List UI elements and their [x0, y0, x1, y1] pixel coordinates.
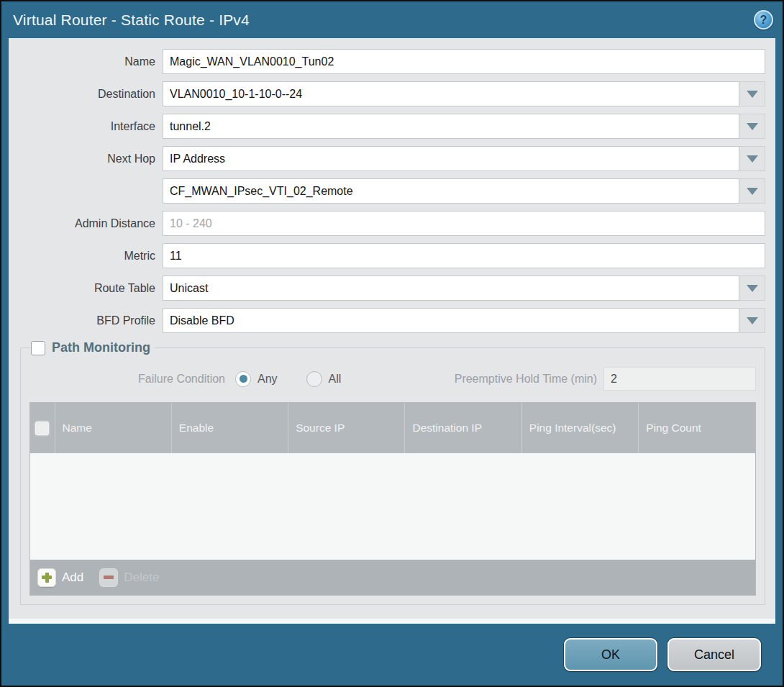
- route-table-input[interactable]: [163, 276, 739, 301]
- column-header-ping-interval[interactable]: Ping Interval(sec): [521, 403, 638, 453]
- question-mark-glyph: ?: [760, 14, 767, 26]
- name-input[interactable]: [163, 49, 765, 74]
- failure-condition-any-radio[interactable]: [235, 371, 251, 387]
- route-table-row: Route Table: [20, 276, 765, 301]
- delete-button: Delete: [99, 568, 159, 587]
- bfd-profile-row: BFD Profile: [20, 308, 765, 333]
- path-monitoring-checkbox[interactable]: [31, 341, 45, 355]
- select-all-checkbox[interactable]: [35, 422, 49, 435]
- destination-row: Destination: [20, 81, 765, 106]
- interface-dropdown-button[interactable]: [739, 114, 765, 139]
- next-hop-address-dropdown-button[interactable]: [739, 178, 765, 204]
- bfd-profile-label: BFD Profile: [20, 314, 155, 327]
- destination-combo: [163, 81, 765, 106]
- minus-icon: [99, 568, 118, 587]
- dialog-body: Name Destination Interface Next Hop: [9, 38, 775, 624]
- any-option-label: Any: [257, 373, 278, 386]
- failure-condition-all-radio[interactable]: [306, 371, 322, 387]
- next-hop-type-input[interactable]: [163, 146, 739, 171]
- destination-label: Destination: [20, 88, 155, 101]
- destination-dropdown-button[interactable]: [739, 81, 765, 106]
- chevron-down-icon: [747, 285, 758, 292]
- next-hop-dropdown-button[interactable]: [739, 146, 765, 171]
- add-button-label: Add: [62, 570, 83, 585]
- bfd-profile-dropdown-button[interactable]: [739, 308, 765, 333]
- select-all-header: [30, 403, 55, 453]
- metric-input[interactable]: [163, 243, 765, 268]
- destination-input[interactable]: [163, 81, 739, 106]
- delete-button-label: Delete: [124, 570, 159, 585]
- chevron-down-icon: [747, 91, 758, 98]
- name-label: Name: [20, 55, 155, 68]
- interface-label: Interface: [20, 120, 155, 133]
- failure-condition-label: Failure Condition: [29, 373, 225, 386]
- next-hop-address-combo: [163, 178, 765, 204]
- route-table-combo: [163, 276, 765, 301]
- column-header-source-ip[interactable]: Source IP: [288, 403, 405, 453]
- dialog-footer: OK Cancel: [1, 624, 783, 686]
- column-header-destination-ip[interactable]: Destination IP: [405, 403, 521, 453]
- column-header-enable[interactable]: Enable: [171, 403, 288, 453]
- admin-distance-label: Admin Distance: [20, 217, 155, 230]
- bfd-profile-combo: [163, 308, 765, 333]
- empty-table-body: [30, 453, 755, 560]
- empty-table-area: [30, 453, 755, 560]
- chevron-down-icon: [747, 188, 758, 195]
- interface-row: Interface: [20, 114, 765, 139]
- next-hop-address-input[interactable]: [163, 178, 739, 204]
- column-header-name[interactable]: Name: [55, 403, 171, 453]
- chevron-down-icon: [747, 317, 758, 324]
- column-header-ping-count[interactable]: Ping Count: [639, 403, 755, 453]
- help-icon[interactable]: ?: [754, 10, 773, 29]
- next-hop-combo: [163, 146, 765, 171]
- preemptive-hold-time-label: Preemptive Hold Time (min): [455, 373, 597, 386]
- chevron-down-icon: [747, 155, 758, 163]
- preemptive-hold-time-input[interactable]: [603, 367, 756, 391]
- cancel-button[interactable]: Cancel: [667, 638, 761, 671]
- path-monitoring-title: Path Monitoring: [52, 340, 150, 355]
- table-header-row: Name Enable Source IP Destination IP Pin…: [30, 403, 755, 453]
- route-table-dropdown-button[interactable]: [739, 276, 765, 301]
- ok-button[interactable]: OK: [564, 638, 657, 671]
- path-monitoring-legend: Path Monitoring: [31, 340, 155, 355]
- dialog-title: Virtual Router - Static Route - IPv4: [13, 12, 250, 29]
- next-hop-label: Next Hop: [20, 153, 155, 165]
- metric-row: Metric: [20, 243, 765, 268]
- name-row: Name: [20, 49, 765, 74]
- next-hop-row: Next Hop: [20, 146, 765, 171]
- next-hop-address-row: [20, 178, 765, 204]
- path-monitoring-table: Name Enable Source IP Destination IP Pin…: [29, 402, 756, 596]
- static-route-dialog: Virtual Router - Static Route - IPv4 ? N…: [0, 0, 784, 687]
- admin-distance-row: Admin Distance: [20, 211, 765, 236]
- plus-icon: [37, 568, 56, 587]
- dialog-titlebar: Virtual Router - Static Route - IPv4 ?: [1, 1, 783, 38]
- table-toolbar: Add Delete: [30, 560, 755, 595]
- interface-input[interactable]: [163, 114, 739, 139]
- interface-combo: [163, 114, 765, 139]
- metric-label: Metric: [20, 250, 155, 263]
- route-table-label: Route Table: [20, 282, 155, 295]
- admin-distance-input[interactable]: [163, 211, 765, 236]
- failure-condition-row: Failure Condition Any All Preemptive Hol…: [29, 367, 756, 391]
- chevron-down-icon: [747, 123, 758, 130]
- all-option-label: All: [329, 373, 342, 386]
- path-monitoring-section: Path Monitoring Failure Condition Any Al…: [20, 340, 765, 605]
- bfd-profile-input[interactable]: [163, 308, 739, 333]
- add-button[interactable]: Add: [37, 568, 83, 587]
